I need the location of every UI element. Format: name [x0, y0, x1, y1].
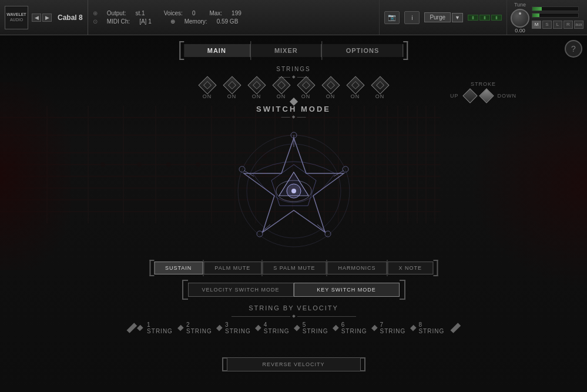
sv-item-1: 1 STRING — [138, 321, 183, 334]
mode-buttons-row: SUSTAIN PALM MUTE S PALM MUTE HARMONICS … — [149, 260, 438, 276]
svg-point-42 — [291, 189, 296, 193]
l-button[interactable]: L — [553, 21, 562, 29]
main-content: MAIN MIXER OPTIONS STRINGS ON ON ON — [0, 35, 587, 392]
sv-label-8: 8 STRING — [418, 321, 445, 334]
midi-indicators: ▮ ▮ ▮ — [468, 15, 502, 21]
m-button[interactable]: M — [532, 21, 541, 29]
pentagram-svg — [229, 126, 358, 256]
output-icon: ⊕ — [93, 10, 98, 16]
mode-btn-palm-mute[interactable]: PALM MUTE — [203, 262, 261, 274]
sv-label-1: 1 STRING — [147, 321, 174, 334]
strings-title: STRINGS — [276, 66, 310, 72]
sv-label-2: 2 STRING — [186, 321, 213, 334]
sv-diamond — [292, 314, 296, 318]
string-velocity-area: STRING BY VELOCITY — [88, 304, 499, 319]
key-switch-toggle[interactable]: KEY SWITCH MODE — [294, 283, 400, 297]
nav-prev-button[interactable]: ◀ — [32, 14, 41, 22]
stroke-controls: UP DOWN — [450, 91, 516, 101]
tab-options[interactable]: OPTIONS — [323, 44, 404, 57]
string-knob-inner-6 — [326, 81, 334, 89]
reverse-velocity-wrapper: REVERSE VELOCITY — [226, 357, 360, 371]
sv-item-2: 2 STRING — [183, 321, 222, 334]
switch-mode-section: SWITCH MODE — [256, 105, 331, 120]
guitar-head — [0, 82, 71, 270]
string-ctrl-4: ON — [275, 79, 288, 99]
string-controls-row: ON ON ON ON ON ON ON ON — [195, 79, 393, 99]
stroke-up-button[interactable] — [462, 88, 477, 103]
info-button[interactable]: i — [404, 11, 420, 24]
max-label: Max: — [209, 10, 222, 16]
purge-button[interactable]: Purge — [424, 12, 451, 22]
nav-tabs-container: MAIN MIXER OPTIONS — [179, 41, 408, 60]
help-button[interactable]: ? — [565, 40, 582, 58]
instrument-name: Cabal 8 — [58, 14, 83, 22]
camera-button[interactable]: 📷 — [384, 11, 400, 24]
string-ctrl-5: ON — [300, 79, 313, 99]
voices-label: Voices: — [164, 10, 183, 16]
nav-arrows: ◀ ▶ — [32, 14, 52, 22]
string-knob-1[interactable] — [198, 76, 216, 94]
switch-toggle-row: VELOCITY SWITCH MODE KEY SWITCH MODE — [182, 280, 405, 300]
sv-item-6: 6 STRING — [338, 321, 377, 334]
tune-knob[interactable] — [511, 9, 529, 28]
meter-fill-bottom — [532, 14, 539, 17]
tune-label: Tune — [514, 2, 526, 8]
midi-label: MIDI Ch: — [107, 18, 130, 25]
string-knob-inner-3 — [252, 81, 260, 89]
string-knob-5[interactable] — [297, 76, 315, 94]
sv-diamond-divider — [88, 315, 499, 317]
string-knob-4[interactable] — [272, 76, 290, 94]
velocity-switch-toggle[interactable]: VELOCITY SWITCH MODE — [188, 283, 294, 297]
reverse-velocity-button[interactable]: REVERSE VELOCITY — [226, 357, 360, 371]
s-button[interactable]: S — [542, 21, 552, 29]
midi-ind-1: ▮ — [468, 15, 478, 21]
toggle-bracket-left — [182, 280, 188, 300]
mode-btn-sustain[interactable]: SUSTAIN — [154, 262, 203, 274]
top-bar: WAVELET AUDIO ◀ ▶ Cabal 8 ⊕ Output: st.1… — [0, 0, 587, 35]
purge-dropdown-button[interactable]: ▼ — [452, 13, 463, 22]
svg-point-33 — [196, 162, 200, 167]
rev-bracket-right — [361, 357, 365, 371]
tune-knob-container: Tune 0.00 — [511, 2, 529, 33]
sv-line-left — [232, 316, 290, 317]
tab-main[interactable]: MAIN — [184, 44, 250, 57]
stroke-down-button[interactable] — [479, 88, 494, 103]
mode-bracket-left — [149, 260, 154, 276]
string-knob-8[interactable] — [371, 76, 389, 94]
sv-label-6: 6 STRING — [341, 321, 368, 334]
string-ctrl-3: ON — [250, 79, 263, 99]
midi-value: [A] 1 — [139, 18, 152, 25]
memory-icon: ⊕ — [170, 18, 175, 25]
midi-ind-3: ▮ — [491, 15, 502, 21]
midi-icon: ⊙ — [93, 18, 98, 25]
nav-next-button[interactable]: ▶ — [42, 14, 52, 22]
string-velocity-title: STRING BY VELOCITY — [88, 304, 499, 311]
top-controls: 📷 i Purge ▼ ▮ ▮ ▮ — [380, 0, 507, 35]
string-knob-inner-5 — [301, 81, 310, 89]
mode-btn-s-palm-mute[interactable]: S PALM MUTE — [262, 262, 326, 274]
max-value: 199 — [232, 10, 241, 16]
arrow-diamond-top — [291, 99, 297, 105]
string-knob-7[interactable] — [346, 76, 364, 94]
svg-point-31 — [137, 162, 142, 167]
sv-item-3: 3 STRING — [222, 321, 260, 334]
svg-point-32 — [166, 162, 171, 167]
stroke-up-label: UP — [450, 93, 459, 99]
r-button[interactable]: R — [563, 21, 573, 29]
stroke-down-label: DOWN — [498, 93, 517, 99]
divider-diamond — [292, 75, 296, 79]
toggle-bracket-right — [400, 280, 405, 300]
string-knob-inner-7 — [351, 81, 359, 89]
sv-controls-row: 1 STRING 2 STRING 3 STRING 4 STRING 5 ST… — [129, 321, 457, 334]
aux-button[interactable]: aux — [574, 21, 583, 29]
mode-btn-x-note[interactable]: X NOTE — [388, 262, 434, 274]
string-knob-6[interactable] — [321, 76, 340, 94]
mode-btn-harmonics[interactable]: HARMONICS — [327, 262, 387, 274]
sv-label-4: 4 STRING — [264, 321, 290, 334]
string-knob-2[interactable] — [223, 76, 241, 94]
tab-mixer[interactable]: MIXER — [251, 44, 322, 57]
string-ctrl-7: ON — [349, 79, 362, 99]
output-row: ⊕ Output: st.1 Voices: 0 Max: 199 — [93, 10, 375, 16]
string-knob-3[interactable] — [247, 76, 266, 94]
stroke-section: STROKE UP DOWN — [450, 81, 516, 101]
